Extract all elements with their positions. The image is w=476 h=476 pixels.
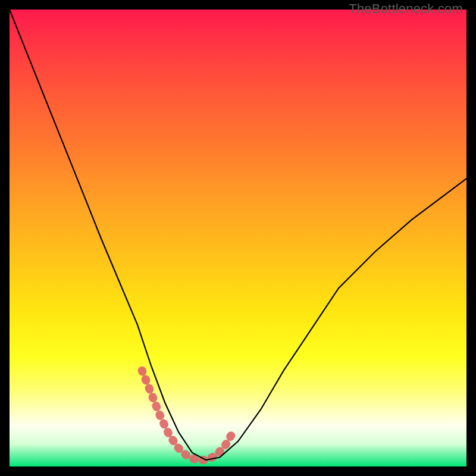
curve-layer: [10, 10, 466, 466]
bottleneck-curve-path: [10, 10, 466, 460]
chart-frame: TheBottleneck.com: [0, 0, 476, 476]
plot-area: [10, 10, 466, 466]
watermark-text: TheBottleneck.com: [349, 1, 463, 17]
